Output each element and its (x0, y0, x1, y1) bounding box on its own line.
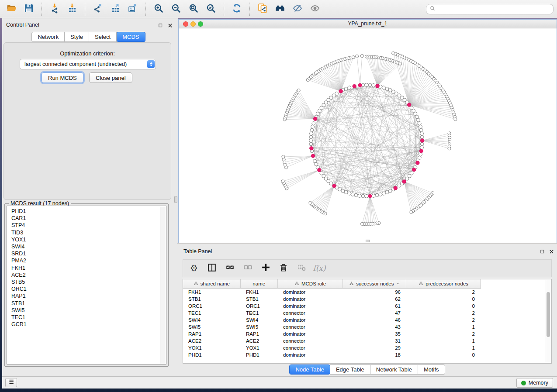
mcds-node-item[interactable]: SWI4 (11, 243, 166, 250)
table-row[interactable]: SWI4SWI4dominator462 (183, 316, 551, 323)
column-header-name[interactable]: name (241, 279, 278, 288)
eye-hidden-button[interactable] (290, 2, 305, 17)
eye-button[interactable] (308, 2, 322, 17)
optimization-criterion-dropdown[interactable]: largest connected component (undirected) (20, 59, 156, 69)
network-splitter-handle[interactable] (366, 240, 370, 242)
cell-shared-name: YOX1 (183, 345, 241, 351)
mcds-node-item[interactable]: STB1 (11, 300, 166, 307)
float-table-panel-icon[interactable] (539, 248, 545, 254)
cell-successor-nodes: 47 (343, 310, 407, 316)
import-table-button[interactable] (65, 2, 80, 17)
binoculars-button[interactable] (273, 2, 287, 17)
close-panel-button[interactable]: Close panel (89, 72, 132, 83)
mcds-node-item[interactable]: STB5 (11, 279, 166, 285)
deselect-all-icon (243, 263, 253, 274)
mcds-node-item[interactable]: PMA2 (11, 257, 166, 264)
tab-style[interactable]: Style (65, 32, 89, 42)
mcds-node-item[interactable]: PHD1 (11, 208, 166, 215)
mcds-node-item[interactable]: ACE2 (11, 272, 166, 279)
table-row[interactable]: RAP1RAP1dominator352 (183, 330, 551, 337)
select-all-button[interactable] (224, 263, 235, 274)
tab-network-table[interactable]: Network Table (370, 364, 418, 375)
mcds-node-item[interactable]: CAR1 (11, 215, 166, 222)
table-row[interactable]: STB1STB1dominator620 (183, 296, 551, 303)
run-mcds-button[interactable]: Run MCDS (42, 72, 83, 83)
mcds-node-item[interactable]: GCR1 (11, 321, 166, 328)
table-row[interactable]: ACE2ACE2connector311 (183, 337, 551, 344)
tab-motifs[interactable]: Motifs (418, 364, 445, 375)
mcds-node-item[interactable]: SWI5 (11, 307, 166, 314)
column-header-successor-nodes[interactable]: successor nodes (343, 279, 406, 288)
mcds-list-scrollbar[interactable] (160, 206, 166, 364)
cell-shared-name: SWI4 (183, 317, 241, 323)
shared-column-icon (349, 281, 354, 287)
mcds-node-item[interactable]: STP4 (11, 222, 166, 229)
network-canvas[interactable] (179, 28, 557, 243)
export-network-button[interactable] (90, 2, 105, 17)
save-session-button[interactable] (21, 2, 36, 17)
toolbar-separator (249, 3, 250, 16)
search-input[interactable] (438, 6, 553, 12)
deselect-all-button[interactable] (242, 263, 253, 274)
shared-column-icon (194, 281, 198, 287)
mcds-node-item[interactable]: TID3 (11, 229, 166, 236)
network-graph[interactable] (179, 28, 557, 243)
cell-successor-nodes: 46 (343, 317, 407, 323)
tab-mcds[interactable]: MCDS (117, 32, 145, 42)
toolbar-separator (85, 3, 85, 16)
close-traffic-light[interactable] (183, 21, 188, 27)
float-window-icon[interactable] (157, 22, 163, 28)
zoom-in-button[interactable] (151, 2, 166, 17)
table-row[interactable]: FKH1FKH1dominator962 (183, 289, 551, 296)
column-header-shared-name[interactable]: shared name (183, 279, 241, 288)
cell-predecessor-nodes: 1 (407, 324, 481, 330)
column-header-mcds-role[interactable]: MCDS role (278, 279, 343, 288)
zoom-selected-button[interactable] (204, 2, 218, 17)
import-network-button[interactable] (47, 2, 62, 17)
export-table-button[interactable] (108, 2, 123, 17)
vertical-splitter-handle[interactable] (174, 196, 177, 203)
table-row[interactable]: TEC1TEC1connector472 (183, 309, 551, 316)
memory-button[interactable]: Memory (516, 378, 553, 388)
share-document-button[interactable] (255, 2, 270, 17)
table-scrollbar[interactable] (546, 280, 550, 362)
table-row[interactable]: SWI5SWI5connector431 (183, 323, 551, 330)
cell-shared-name: PHD1 (183, 352, 241, 358)
zoom-fit-button[interactable] (186, 2, 201, 17)
minimize-traffic-light[interactable] (190, 21, 196, 27)
zoom-out-button[interactable] (169, 2, 183, 17)
table-scrollbar-thumb[interactable] (547, 292, 550, 337)
open-session-button[interactable] (4, 2, 19, 17)
column-layout-button[interactable] (206, 263, 218, 274)
maximize-traffic-light[interactable] (198, 21, 203, 27)
network-window-titlebar[interactable]: YPA_prune.txt_1 (179, 20, 557, 28)
tab-select[interactable]: Select (89, 32, 117, 42)
toolbar-separator (224, 3, 224, 16)
table-row[interactable]: PHD1PHD1dominator180 (183, 351, 551, 358)
mcds-node-item[interactable]: TEC1 (11, 314, 166, 321)
close-table-panel-icon[interactable] (548, 248, 554, 254)
export-image-button[interactable] (125, 2, 140, 17)
select-all-icon (225, 263, 235, 274)
tab-edge-table[interactable]: Edge Table (330, 364, 370, 375)
mcds-node-item[interactable]: FKH1 (11, 265, 166, 272)
tab-network[interactable]: Network (31, 32, 65, 42)
mcds-node-item[interactable]: ORC1 (11, 285, 166, 292)
settings-gear-button[interactable]: ⚙ (188, 263, 200, 274)
search-field[interactable] (426, 4, 554, 14)
column-header-predecessor-nodes[interactable]: predecessor nodes (406, 279, 481, 288)
mcds-node-item[interactable]: SRD1 (11, 250, 166, 257)
refresh-button[interactable] (229, 2, 244, 17)
delete-table-button (296, 263, 307, 274)
table-row[interactable]: ORC1ORC1dominator610 (183, 303, 551, 309)
mcds-node-item[interactable]: RAP1 (11, 292, 166, 299)
close-panel-icon[interactable] (167, 22, 173, 28)
add-row-button[interactable] (260, 263, 271, 274)
delete-row-button[interactable] (278, 263, 289, 274)
mcds-result-list[interactable]: PHD1CAR1STP4TID3YOX1SWI4SRD1PMA2FKH1ACE2… (7, 206, 166, 364)
table-panel-title: Table Panel (183, 248, 212, 254)
status-menu-button[interactable] (5, 378, 17, 387)
table-row[interactable]: YOX1YOX1connector291 (183, 344, 551, 351)
tab-node-table[interactable]: Node Table (289, 364, 330, 375)
mcds-node-item[interactable]: YOX1 (11, 236, 166, 243)
